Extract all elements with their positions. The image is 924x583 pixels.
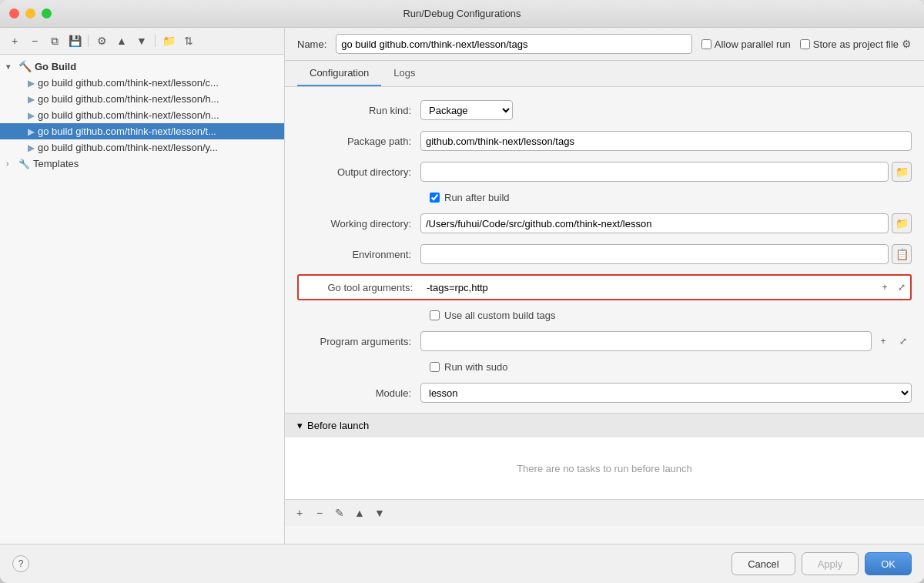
- allow-parallel-checkbox[interactable]: [701, 39, 711, 49]
- add-config-button[interactable]: +: [6, 32, 23, 49]
- settings-button[interactable]: ⚙: [93, 32, 110, 49]
- maximize-button[interactable]: [42, 8, 52, 18]
- before-launch-down[interactable]: ▼: [371, 504, 388, 521]
- package-path-label: Package path:: [297, 136, 420, 147]
- run-after-build-checkbox[interactable]: [430, 193, 440, 203]
- minimize-button[interactable]: [25, 8, 35, 18]
- sort-button[interactable]: ⇅: [180, 32, 197, 49]
- program-args-expand-button[interactable]: ⤢: [895, 333, 912, 350]
- bottom-left: ?: [12, 555, 29, 572]
- module-select[interactable]: lesson: [420, 383, 912, 403]
- working-dir-label: Working directory:: [297, 218, 420, 230]
- apply-button[interactable]: Apply: [802, 552, 859, 575]
- config-item-0[interactable]: ▶ go build github.com/think-next/lesson/…: [0, 75, 284, 91]
- package-path-control: [420, 131, 912, 151]
- config-header: Name: Allow parallel run Store as projec…: [285, 28, 924, 61]
- allow-parallel-label[interactable]: Allow parallel run: [701, 39, 791, 50]
- run-kind-select[interactable]: Package: [420, 100, 513, 120]
- toolbar-separator-1: [88, 35, 89, 47]
- module-label: Module:: [297, 387, 420, 399]
- output-dir-control: 📁: [420, 162, 912, 182]
- item-label-1: go build github.com/think-next/lesson/h.…: [38, 93, 219, 105]
- module-control: lesson: [420, 383, 912, 403]
- title-bar: Run/Debug Configurations: [0, 0, 924, 28]
- cancel-button[interactable]: Cancel: [732, 552, 795, 575]
- close-button[interactable]: [9, 8, 19, 18]
- run-with-sudo-checkbox[interactable]: [430, 362, 440, 372]
- item-icon-0: ▶: [28, 78, 35, 89]
- move-down-button[interactable]: ▼: [133, 32, 150, 49]
- before-launch-edit[interactable]: ✎: [331, 504, 348, 521]
- custom-tags-text: Use all custom build tags: [444, 310, 556, 321]
- package-path-input[interactable]: [420, 131, 912, 151]
- before-launch-add[interactable]: +: [291, 504, 308, 521]
- run-after-build-label[interactable]: Run after build: [430, 192, 510, 203]
- working-dir-browse[interactable]: 📁: [892, 213, 912, 233]
- program-args-input[interactable]: [420, 331, 872, 351]
- config-item-2[interactable]: ▶ go build github.com/think-next/lesson/…: [0, 107, 284, 123]
- config-item-4[interactable]: ▶ go build github.com/think-next/lesson/…: [0, 139, 284, 156]
- program-args-control: + ⤢: [420, 331, 912, 351]
- run-kind-control: Package: [420, 100, 912, 120]
- before-launch-section: ▾ Before launch There are no tasks to ru…: [285, 413, 924, 526]
- before-launch-remove[interactable]: −: [311, 504, 328, 521]
- save-config-button[interactable]: 💾: [66, 32, 83, 49]
- working-dir-input[interactable]: [420, 213, 889, 233]
- folder-button[interactable]: 📁: [160, 32, 177, 49]
- output-dir-input[interactable]: [420, 162, 889, 182]
- config-tree: ▾ 🔨 Go Build ▶ go build github.com/think…: [0, 55, 284, 544]
- store-project-checkbox[interactable]: [800, 39, 810, 49]
- item-label-4: go build github.com/think-next/lesson/y.…: [38, 142, 218, 153]
- environment-row: Environment: 📋: [297, 243, 912, 265]
- before-launch-toolbar: + − ✎ ▲ ▼: [285, 499, 924, 526]
- environment-browse[interactable]: 📋: [892, 244, 912, 264]
- output-dir-browse[interactable]: 📁: [892, 162, 912, 182]
- before-launch-chevron: ▾: [297, 420, 303, 431]
- go-tool-input[interactable]: [422, 277, 876, 297]
- custom-tags-row: Use all custom build tags: [297, 310, 912, 321]
- config-item-1[interactable]: ▶ go build github.com/think-next/lesson/…: [0, 91, 284, 107]
- item-label-3: go build github.com/think-next/lesson/t.…: [38, 126, 216, 137]
- go-build-group[interactable]: ▾ 🔨 Go Build: [0, 58, 284, 75]
- run-kind-row: Run kind: Package: [297, 99, 912, 121]
- go-tool-row: Go tool arguments: + ⤢: [297, 274, 912, 300]
- dialog-title: Run/Debug Configurations: [403, 8, 521, 19]
- wrench-icon: 🔧: [18, 159, 30, 169]
- output-dir-row: Output directory: 📁: [297, 161, 912, 183]
- go-tool-expand-button[interactable]: ⤢: [893, 279, 910, 296]
- sidebar-toolbar: + − ⧉ 💾 ⚙ ▲ ▼ 📁 ⇅: [0, 28, 284, 55]
- tab-logs[interactable]: Logs: [381, 61, 427, 86]
- before-launch-header[interactable]: ▾ Before launch: [285, 414, 924, 437]
- before-launch-up[interactable]: ▲: [351, 504, 368, 521]
- store-project-label[interactable]: Store as project file ⚙: [800, 38, 912, 50]
- custom-tags-checkbox[interactable]: [430, 310, 440, 320]
- move-up-button[interactable]: ▲: [113, 32, 130, 49]
- output-dir-label: Output directory:: [297, 166, 420, 178]
- sidebar: + − ⧉ 💾 ⚙ ▲ ▼ 📁 ⇅ ▾ 🔨 Go Build: [0, 28, 285, 544]
- help-button[interactable]: ?: [12, 555, 29, 572]
- tab-configuration[interactable]: Configuration: [297, 61, 381, 86]
- copy-config-button[interactable]: ⧉: [46, 32, 63, 49]
- window-controls: [9, 8, 52, 18]
- item-label-2: go build github.com/think-next/lesson/n.…: [38, 109, 219, 121]
- item-icon-2: ▶: [28, 110, 35, 121]
- item-icon-1: ▶: [28, 94, 35, 105]
- toolbar-separator-2: [155, 35, 156, 47]
- remove-config-button[interactable]: −: [26, 32, 43, 49]
- tabs-bar: Configuration Logs: [285, 61, 924, 87]
- name-input[interactable]: [336, 34, 691, 54]
- ok-button[interactable]: OK: [865, 552, 912, 575]
- environment-control: 📋: [420, 244, 912, 264]
- main-content: + − ⧉ 💾 ⚙ ▲ ▼ 📁 ⇅ ▾ 🔨 Go Build: [0, 28, 924, 544]
- before-launch-empty-text: There are no tasks to run before launch: [517, 463, 692, 474]
- custom-tags-label[interactable]: Use all custom build tags: [430, 310, 556, 321]
- config-item-3[interactable]: ▶ go build github.com/think-next/lesson/…: [0, 123, 284, 139]
- environment-input[interactable]: [420, 244, 889, 264]
- program-args-row: Program arguments: + ⤢: [297, 330, 912, 352]
- go-tool-add-button[interactable]: +: [876, 279, 893, 296]
- templates-row[interactable]: › 🔧 Templates: [0, 156, 284, 172]
- program-args-add-button[interactable]: +: [875, 333, 892, 350]
- run-after-build-text: Run after build: [444, 192, 510, 203]
- run-with-sudo-label[interactable]: Run with sudo: [430, 361, 507, 373]
- item-label-0: go build github.com/think-next/lesson/c.…: [38, 77, 219, 89]
